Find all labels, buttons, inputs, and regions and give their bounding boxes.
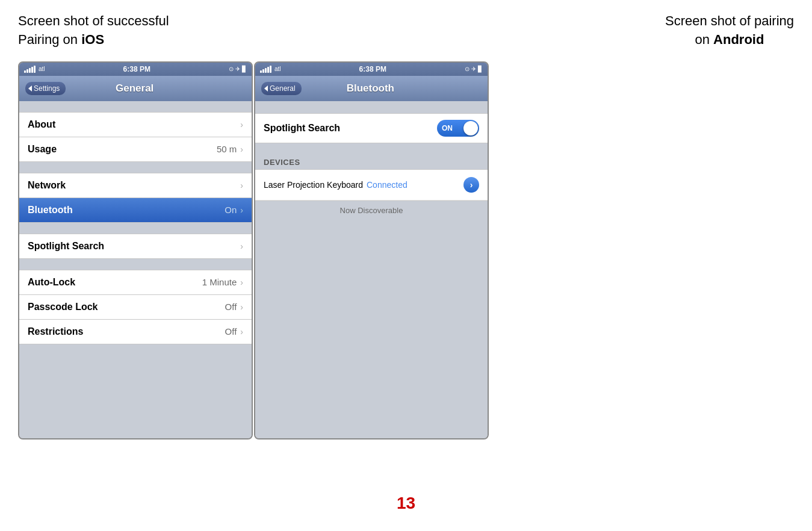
spotlight-row: Spotlight Search ON bbox=[255, 113, 488, 143]
settings-screen-left: About › Usage 50 m › Network bbox=[19, 101, 252, 438]
nav-bar-left: Settings General bbox=[19, 76, 252, 101]
settings-row-network[interactable]: Network › bbox=[19, 173, 252, 198]
right-icons-left: ⊙ ✈ ▊ bbox=[229, 66, 247, 72]
row-value-passcode: Off bbox=[225, 302, 237, 312]
bt-spacer-mid bbox=[255, 143, 488, 155]
settings-row-autolock[interactable]: Auto-Lock 1 Minute › bbox=[19, 270, 252, 295]
group-spacer-1 bbox=[19, 101, 252, 112]
chevron-usage: › bbox=[240, 144, 243, 154]
row-value-bluetooth: On bbox=[225, 205, 237, 215]
chevron-network: › bbox=[240, 181, 243, 190]
spotlight-label: Spotlight Search bbox=[264, 123, 437, 134]
row-label-bluetooth: Bluetooth bbox=[28, 205, 225, 216]
settings-group-1: About › Usage 50 m › bbox=[19, 112, 252, 162]
status-bar-left: atl 6:38 PM ⊙ ✈ ▊ bbox=[19, 63, 252, 76]
row-label-passcode: Passcode Lock bbox=[28, 302, 225, 312]
settings-row-spotlight[interactable]: Spotlight Search › bbox=[19, 234, 252, 259]
header-left-bold: iOS bbox=[81, 32, 104, 47]
header-right-line1: Screen shot of pairing bbox=[665, 13, 794, 28]
header-right-bold: Android bbox=[713, 32, 764, 47]
header-right: Screen shot of pairing on Android bbox=[665, 12, 794, 49]
page-container: Screen shot of successful Pairing on iOS… bbox=[0, 0, 812, 452]
row-value-usage: 50 m bbox=[217, 144, 237, 154]
row-label-restrictions: Restrictions bbox=[28, 326, 225, 337]
devices-header-label: Devices bbox=[264, 158, 300, 167]
device-row[interactable]: Laser Projection Keyboard Connected › bbox=[255, 170, 488, 200]
settings-row-bluetooth[interactable]: Bluetooth On › bbox=[19, 198, 252, 223]
back-button-right[interactable]: General bbox=[261, 82, 302, 95]
signal-bars-right bbox=[260, 66, 271, 73]
battery-icon-right: ▊ bbox=[478, 66, 483, 72]
header-right-line2: on bbox=[695, 32, 714, 47]
wifi-icon: ✈ bbox=[235, 66, 240, 72]
row-value-autolock: 1 Minute bbox=[202, 277, 237, 287]
nav-bar-right: General Bluetooth bbox=[255, 76, 488, 101]
page-number: 13 bbox=[397, 494, 415, 513]
toggle-on[interactable]: ON bbox=[437, 120, 479, 137]
group-spacer-4 bbox=[19, 259, 252, 270]
bt-spacer-top bbox=[255, 101, 488, 113]
chevron-spotlight: › bbox=[240, 241, 243, 251]
settings-group-2: Network › Bluetooth On › bbox=[19, 173, 252, 223]
right-icons-right: ⊙ ✈ ▊ bbox=[465, 66, 483, 72]
device-info-button[interactable]: › bbox=[463, 177, 479, 193]
toggle-label: ON bbox=[437, 124, 453, 132]
signal-bars-left bbox=[24, 66, 36, 73]
chevron-restrictions: › bbox=[240, 327, 243, 337]
location-icon-right: ⊙ bbox=[465, 66, 470, 72]
settings-row-passcode[interactable]: Passcode Lock Off › bbox=[19, 295, 252, 320]
settings-row-restrictions[interactable]: Restrictions Off › bbox=[19, 320, 252, 344]
carrier-left: atl bbox=[39, 66, 45, 72]
row-label-about: About bbox=[28, 119, 237, 130]
header-left-line2: Pairing on bbox=[18, 32, 81, 47]
settings-group-4: Auto-Lock 1 Minute › Passcode Lock Off ›… bbox=[19, 270, 252, 344]
ios-general-phone: atl 6:38 PM ⊙ ✈ ▊ Settings General bbox=[18, 61, 253, 439]
group-spacer-3 bbox=[19, 223, 252, 234]
back-button-left[interactable]: Settings bbox=[25, 82, 66, 95]
carrier-right: atl bbox=[274, 66, 281, 72]
nav-title-right: Bluetooth bbox=[302, 82, 439, 95]
battery-icon: ▊ bbox=[242, 66, 247, 72]
device-name: Laser Projection Keyboard bbox=[264, 180, 363, 190]
chevron-passcode: › bbox=[240, 302, 243, 312]
header-left: Screen shot of successful Pairing on iOS bbox=[18, 12, 169, 49]
settings-row-about[interactable]: About › bbox=[19, 112, 252, 137]
bluetooth-screen: Spotlight Search ON Devices Laser Projec… bbox=[255, 101, 488, 438]
time-right: 6:38 PM bbox=[359, 65, 386, 73]
nav-title-left: General bbox=[66, 82, 203, 95]
screenshots-container: atl 6:38 PM ⊙ ✈ ▊ Settings General bbox=[18, 61, 794, 439]
group-spacer-2 bbox=[19, 162, 252, 173]
devices-header: Devices bbox=[255, 155, 488, 169]
status-bar-right: atl 6:38 PM ⊙ ✈ ▊ bbox=[255, 63, 488, 76]
row-label-autolock: Auto-Lock bbox=[28, 277, 202, 288]
wifi-icon-right: ✈ bbox=[471, 66, 476, 72]
settings-group-3: Spotlight Search › bbox=[19, 234, 252, 259]
devices-section: Laser Projection Keyboard Connected › bbox=[255, 169, 488, 201]
chevron-autolock: › bbox=[240, 278, 243, 287]
time-left: 6:38 PM bbox=[123, 65, 150, 73]
location-icon: ⊙ bbox=[229, 66, 234, 72]
chevron-about: › bbox=[240, 120, 243, 129]
settings-row-usage[interactable]: Usage 50 m › bbox=[19, 137, 252, 162]
signal-area-right: atl bbox=[260, 66, 281, 73]
header-section: Screen shot of successful Pairing on iOS… bbox=[18, 12, 794, 49]
row-label-network: Network bbox=[28, 180, 237, 191]
android-section bbox=[489, 61, 794, 439]
toggle-knob bbox=[463, 121, 478, 135]
row-label-spotlight: Spotlight Search bbox=[28, 241, 237, 252]
header-left-line1: Screen shot of successful bbox=[18, 13, 169, 28]
discoverable-text: Now Discoverable bbox=[255, 201, 488, 220]
row-value-restrictions: Off bbox=[225, 326, 237, 337]
ios-bluetooth-phone: atl 6:38 PM ⊙ ✈ ▊ General Bluetooth bbox=[254, 61, 489, 439]
signal-area-left: atl bbox=[24, 66, 45, 73]
row-label-usage: Usage bbox=[28, 144, 217, 155]
device-status: Connected bbox=[367, 180, 408, 190]
chevron-bluetooth: › bbox=[240, 205, 243, 215]
